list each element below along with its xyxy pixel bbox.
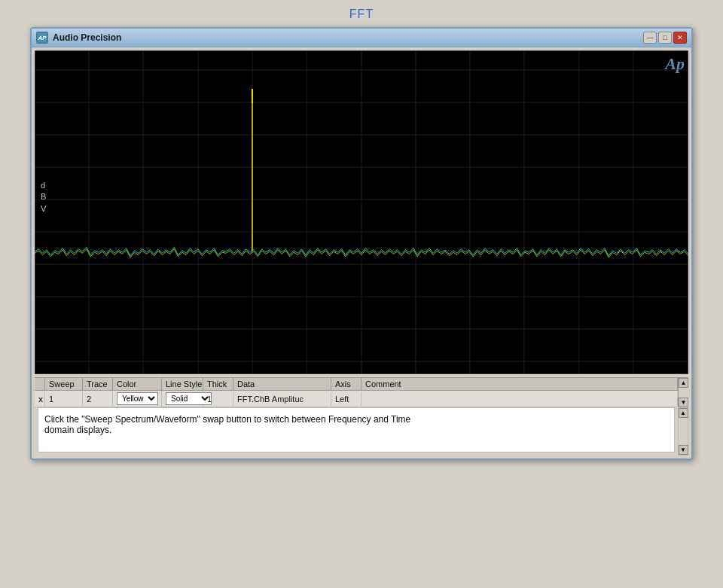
app-icon: AP [36,32,48,44]
window-title: Audio Precision [53,32,121,43]
scroll-up-button[interactable]: ▲ [679,378,688,388]
th-check [35,378,45,390]
minimize-button[interactable]: — [643,32,657,44]
titlebar: AP Audio Precision — □ ✕ [32,29,691,47]
thick-value: 1 [207,395,212,404]
maximize-button[interactable]: □ [658,32,672,44]
row-axis: Left [331,392,362,406]
row-comment [362,392,678,406]
data-value: FFT.ChB Amplituc [237,395,304,404]
th-trace: Trace [83,378,113,390]
page-title: FFT [349,8,374,21]
info-scrollbar[interactable]: ▲ ▼ [678,407,688,455]
info-text-area: Click the "Sweep Spectrum/Waveform" swap… [38,407,675,452]
th-sweep: Sweep [45,378,83,390]
info-scroll-up[interactable]: ▲ [679,408,688,418]
th-comment: Comment [362,378,678,390]
row-linestyle[interactable]: Solid Dashed [162,391,203,407]
row-thick: 1 [203,392,233,406]
titlebar-buttons: — □ ✕ [643,32,687,44]
th-data: Data [233,378,331,390]
color-select[interactable]: Yellow Cyan Red [117,392,158,405]
th-color: Color [113,378,162,390]
table-row: x 1 2 Yellow Cyan Red [35,391,678,407]
info-scroll-down[interactable]: ▼ [679,445,688,455]
th-thick: Thick [203,378,233,390]
close-button[interactable]: ✕ [673,32,687,44]
table-scrollbar[interactable]: ▲ ▼ [678,378,688,407]
chart-area: dBV Ap [35,50,688,374]
row-trace: 2 [83,392,113,406]
th-linestyle: Line Style [162,378,203,390]
row-color[interactable]: Yellow Cyan Red [113,391,162,407]
svg-text:AP: AP [37,35,47,41]
scroll-down-button[interactable]: ▼ [679,398,688,407]
sweep-value: 1 [49,395,53,404]
chart-svg: +20 +0 -20 -40 -60 -80 -100 -120 -140 -1… [35,50,688,374]
table-header: Sweep Trace Color Line Style Thick Data … [35,378,678,391]
row-sweep: 1 [45,392,83,406]
titlebar-left: AP Audio Precision [36,32,121,44]
data-table: Sweep Trace Color Line Style Thick Data … [35,377,688,407]
axis-value: Left [335,395,349,404]
row-data: FFT.ChB Amplituc [233,392,331,406]
row-check[interactable]: x [35,392,45,406]
info-text: Click the "Sweep Spectrum/Waveform" swap… [44,414,410,435]
trace-value: 2 [87,395,91,404]
app-window: AP Audio Precision — □ ✕ dBV Ap [30,27,693,460]
th-axis: Axis [331,378,362,390]
